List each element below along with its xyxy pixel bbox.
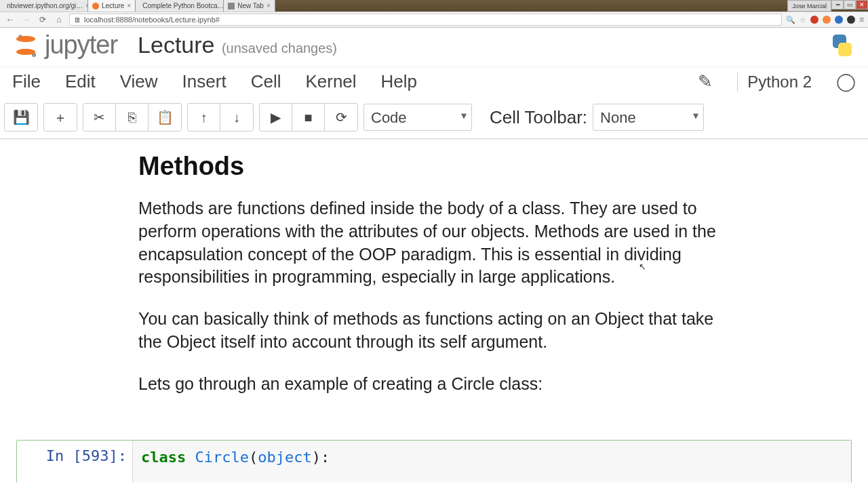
notebook-container: Methods Methods are functions defined in… bbox=[16, 140, 852, 483]
blank-favicon-icon bbox=[228, 3, 235, 9]
cell-toolbar-select-wrap: None bbox=[593, 104, 704, 131]
user-chip[interactable]: Jose Marcial bbox=[787, 0, 831, 12]
menu-kernel[interactable]: Kernel bbox=[305, 71, 356, 92]
cursor-icon: ↖ bbox=[639, 262, 646, 272]
menu-help[interactable]: Help bbox=[381, 71, 417, 92]
cell-toolbar-select[interactable]: None bbox=[593, 104, 704, 131]
paste-button[interactable]: 📋 bbox=[149, 104, 181, 131]
browser-tab-nbviewer[interactable]: nbviewer.ipython.org/gi… × bbox=[0, 0, 88, 12]
address-bar: ← → ⟳ ⌂ 🗎 localhost:8888/notebooks/Lectu… bbox=[0, 12, 868, 28]
page-icon: 🗎 bbox=[74, 16, 81, 24]
edit-mode-icon: ✎ bbox=[698, 71, 713, 92]
python-logo-icon bbox=[829, 32, 856, 59]
star-icon[interactable]: ☆ bbox=[800, 16, 806, 24]
tab-title: Lecture bbox=[102, 2, 124, 9]
move-group: ↑ ↓ bbox=[187, 103, 254, 131]
toolbar: 💾 ＋ ✂ ⎘ 📋 ↑ ↓ ▶ ■ ⟳ Code Cell Toolbar: N… bbox=[0, 100, 868, 139]
home-button[interactable]: ⌂ bbox=[53, 14, 65, 26]
jupyter-logo-icon bbox=[12, 32, 39, 59]
cut-button[interactable]: ✂ bbox=[83, 104, 116, 131]
url-input[interactable]: 🗎 localhost:8888/notebooks/Lecture.ipynb… bbox=[69, 14, 782, 26]
kernel-logo bbox=[829, 32, 856, 59]
forward-button[interactable]: → bbox=[20, 14, 33, 26]
notebook-title[interactable]: Lecture bbox=[138, 32, 214, 58]
browser-tab-lecture[interactable]: Lecture × bbox=[88, 0, 136, 12]
zoom-icon[interactable]: 🔍 bbox=[786, 16, 795, 24]
menu-edit[interactable]: Edit bbox=[65, 71, 96, 92]
maximize-button[interactable]: ▭ bbox=[844, 0, 856, 9]
input-prompt: In [593]: bbox=[17, 441, 132, 483]
browser-tab-new[interactable]: New Tab × bbox=[224, 0, 275, 12]
extension-icons: 🔍 ☆ ≡ bbox=[786, 15, 864, 24]
menubar: File Edit View Insert Cell Kernel Help ✎… bbox=[0, 66, 868, 100]
code-editor[interactable]: class Circle(object): # class object att… bbox=[132, 441, 851, 483]
code-arg: object bbox=[258, 449, 311, 466]
url-text: localhost:8888/notebooks/Lecture.ipynb# bbox=[84, 16, 220, 24]
tab-title: nbviewer.ipython.org/gi… bbox=[7, 2, 83, 9]
menu-icon[interactable]: ≡ bbox=[859, 15, 864, 24]
tab-strip: nbviewer.ipython.org/gi… × Lecture × Com… bbox=[0, 0, 868, 12]
extension-icon[interactable] bbox=[823, 16, 831, 24]
reload-button[interactable]: ⟳ bbox=[37, 14, 49, 26]
run-button[interactable]: ▶ bbox=[260, 104, 292, 131]
copy-button[interactable]: ⎘ bbox=[116, 104, 149, 131]
minimize-button[interactable]: ━ bbox=[831, 0, 844, 9]
markdown-cell[interactable]: Methods Methods are functions defined in… bbox=[16, 146, 852, 434]
close-icon[interactable]: × bbox=[267, 2, 271, 9]
kernel-indicator-icon: ◯ bbox=[836, 71, 856, 92]
notebook-title-group: Lecture (unsaved changes) bbox=[138, 32, 337, 58]
insert-cell-button[interactable]: ＋ bbox=[44, 104, 77, 131]
window-controls: Jose Marcial ━ ▭ ✕ bbox=[787, 0, 868, 12]
notebook-header: jupyter Lecture (unsaved changes) bbox=[0, 28, 868, 66]
code-classname: Circle bbox=[195, 449, 248, 466]
cell-type-select-wrap: Code bbox=[363, 104, 472, 131]
browser-tab-udemy[interactable]: Complete Python Bootca… × bbox=[136, 0, 224, 12]
cell-type-select[interactable]: Code bbox=[363, 104, 472, 131]
paragraph: Methods are functions defined inside the… bbox=[138, 197, 730, 289]
tab-title: New Tab bbox=[237, 2, 264, 9]
cell-toolbar-label: Cell Toolbar: bbox=[490, 107, 587, 128]
menu-file[interactable]: File bbox=[12, 71, 41, 92]
move-down-button[interactable]: ↓ bbox=[220, 104, 253, 131]
code-cell[interactable]: In [593]: class Circle(object): # class … bbox=[16, 440, 852, 483]
code-keyword: class bbox=[141, 449, 186, 466]
edit-group: ✂ ⎘ 📋 bbox=[83, 103, 182, 131]
insert-group: ＋ bbox=[43, 103, 77, 131]
interrupt-button[interactable]: ■ bbox=[292, 104, 325, 131]
menu-insert[interactable]: Insert bbox=[182, 71, 226, 92]
move-up-button[interactable]: ↑ bbox=[188, 104, 220, 131]
restart-button[interactable]: ⟳ bbox=[325, 104, 357, 131]
jupyter-logo-text: jupyter bbox=[45, 30, 117, 60]
heading-methods: Methods bbox=[138, 152, 730, 181]
paragraph: You can basically think of methods as fu… bbox=[138, 308, 730, 354]
kernel-name[interactable]: Python 2 bbox=[737, 73, 812, 92]
jupyter-favicon-icon bbox=[92, 3, 99, 9]
save-status: (unsaved changes) bbox=[222, 41, 337, 56]
extension-abp-icon[interactable] bbox=[810, 16, 818, 24]
save-group: 💾 bbox=[4, 103, 38, 131]
menu-view[interactable]: View bbox=[120, 71, 158, 92]
notebook-scroll[interactable]: Methods Methods are functions defined in… bbox=[0, 139, 868, 483]
close-icon[interactable]: × bbox=[127, 2, 131, 9]
window-close-button[interactable]: ✕ bbox=[856, 0, 868, 9]
tab-title: Complete Python Bootca… bbox=[142, 2, 224, 9]
browser-chrome: nbviewer.ipython.org/gi… × Lecture × Com… bbox=[0, 0, 868, 28]
run-group: ▶ ■ ⟳ bbox=[259, 103, 358, 131]
save-button[interactable]: 💾 bbox=[5, 104, 37, 131]
back-button[interactable]: ← bbox=[4, 14, 16, 26]
extension-icon[interactable] bbox=[835, 16, 843, 24]
jupyter-logo[interactable]: jupyter bbox=[12, 30, 117, 60]
paragraph: Lets go through an example of creating a… bbox=[138, 373, 730, 396]
menu-cell[interactable]: Cell bbox=[251, 71, 281, 92]
extension-icon[interactable] bbox=[847, 16, 855, 24]
